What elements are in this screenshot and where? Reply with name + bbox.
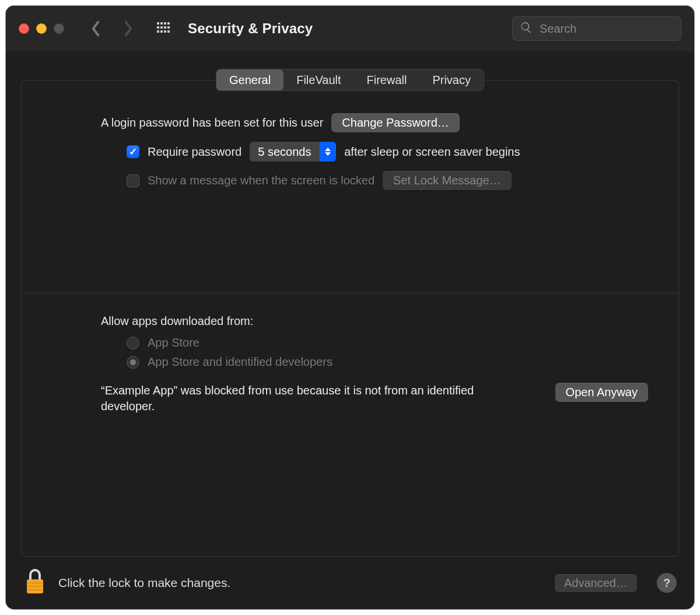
svg-rect-8 xyxy=(157,30,159,33)
radio-app-store-identified-label: App Store and identified developers xyxy=(148,355,332,369)
svg-rect-0 xyxy=(157,22,159,25)
tab-privacy[interactable]: Privacy xyxy=(419,69,484,90)
preferences-window: Security & Privacy General FileVault Fir… xyxy=(6,6,694,609)
advanced-button[interactable]: Advanced… xyxy=(555,574,637,592)
footer: Click the lock to make changes. Advanced… xyxy=(6,557,694,609)
require-password-delay-value: 5 seconds xyxy=(250,145,320,159)
radio-app-store-identified[interactable] xyxy=(127,356,139,369)
svg-rect-3 xyxy=(167,22,170,25)
window-title: Security & Privacy xyxy=(188,20,313,37)
toolbar: Security & Privacy xyxy=(6,6,694,51)
tab-filevault[interactable]: FileVault xyxy=(284,69,354,90)
content-panel: A login password has been set for this u… xyxy=(21,80,679,557)
search-field[interactable] xyxy=(512,16,681,41)
radio-app-store-label: App Store xyxy=(148,336,200,350)
svg-rect-6 xyxy=(164,26,166,29)
change-password-button[interactable]: Change Password… xyxy=(331,113,459,132)
svg-rect-10 xyxy=(164,30,166,33)
nav-arrows xyxy=(86,19,138,38)
svg-rect-9 xyxy=(160,30,163,33)
minimize-window-button[interactable] xyxy=(36,23,47,34)
login-password-status: A login password has been set for this u… xyxy=(101,116,323,130)
radio-app-store[interactable] xyxy=(127,337,139,350)
svg-rect-4 xyxy=(157,26,159,29)
svg-rect-2 xyxy=(164,22,166,25)
require-password-checkbox[interactable] xyxy=(127,145,139,158)
search-input[interactable] xyxy=(538,22,674,36)
section-divider xyxy=(22,293,678,293)
svg-rect-5 xyxy=(160,26,163,29)
chevron-updown-icon xyxy=(320,142,336,162)
tab-general[interactable]: General xyxy=(216,69,284,90)
tab-firewall[interactable]: Firewall xyxy=(354,69,420,90)
window-controls xyxy=(19,23,64,34)
svg-rect-11 xyxy=(167,30,170,33)
lock-hint-text: Click the lock to make changes. xyxy=(58,576,230,590)
allow-apps-heading: Allow apps downloaded from: xyxy=(101,315,648,328)
svg-rect-7 xyxy=(167,26,170,29)
close-window-button[interactable] xyxy=(19,23,29,34)
help-button[interactable]: ? xyxy=(657,573,677,593)
show-lock-message-checkbox[interactable] xyxy=(127,174,139,187)
search-icon xyxy=(520,21,533,37)
show-lock-message-label: Show a message when the screen is locked xyxy=(148,174,374,187)
after-sleep-label: after sleep or screen saver begins xyxy=(344,145,520,159)
lock-icon[interactable] xyxy=(23,568,47,599)
blocked-app-message: “Example App” was blocked from use becau… xyxy=(101,383,480,414)
show-all-icon[interactable] xyxy=(155,20,172,37)
set-lock-message-button[interactable]: Set Lock Message… xyxy=(383,171,512,190)
require-password-delay-select[interactable]: 5 seconds xyxy=(250,142,336,162)
forward-button[interactable] xyxy=(119,19,138,38)
require-password-label: Require password xyxy=(148,145,242,159)
tab-bar: General FileVault Firewall Privacy xyxy=(6,69,694,91)
svg-rect-1 xyxy=(160,22,163,25)
open-anyway-button[interactable]: Open Anyway xyxy=(555,383,648,402)
back-button[interactable] xyxy=(86,19,105,38)
zoom-window-button[interactable] xyxy=(54,23,64,34)
